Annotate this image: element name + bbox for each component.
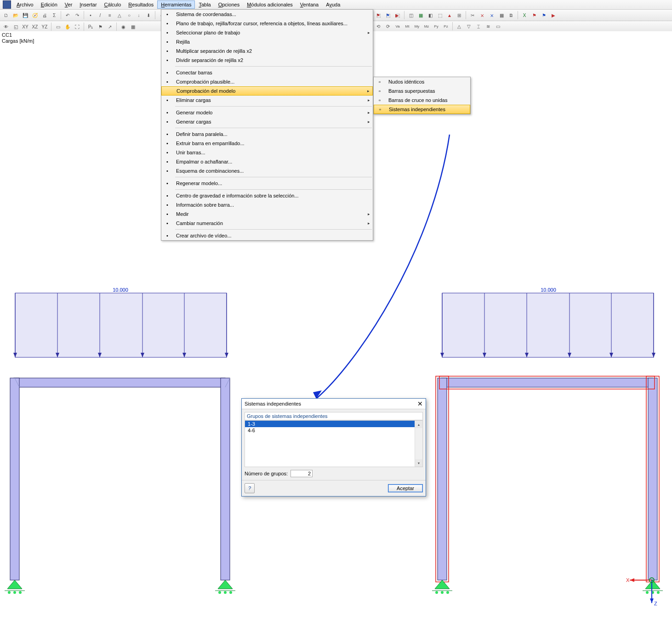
menu-edicion[interactable]: Edición [37, 0, 61, 9]
close-icon[interactable]: ✕ [417, 400, 423, 407]
tb-flag4-icon[interactable]: ⚑ [540, 11, 548, 19]
tb-h-icon[interactable]: ▲ [445, 11, 454, 19]
group-count-field[interactable] [290, 470, 313, 477]
menu-item[interactable]: • Multiplicar separación de rejilla x2 [161, 46, 373, 56]
tb-c-icon[interactable]: ⬚ [393, 11, 402, 19]
tb-e-icon[interactable]: ▦ [416, 11, 425, 19]
menu-item[interactable]: • Conectar barras [161, 68, 373, 77]
tb2-mt-icon[interactable]: Mt [403, 22, 411, 30]
menu-item[interactable]: • Comprobación plausible... [161, 77, 373, 86]
tb-member-icon[interactable]: ≡ [106, 11, 114, 19]
submenu-item[interactable]: ▫ Barras superpuestas [374, 86, 470, 96]
tb-d-icon[interactable]: ◫ [407, 11, 415, 19]
menu-item[interactable]: • Generar cargas ▸ [161, 117, 373, 126]
menu-item[interactable]: • Cambiar numeración ▸ [161, 219, 373, 228]
menu-tabla[interactable]: Tabla [195, 0, 214, 9]
tb-f-icon[interactable]: ◧ [426, 11, 434, 19]
accept-button[interactable]: Aceptar [388, 484, 423, 492]
tb-doc-icon[interactable]: 🗎 [507, 11, 515, 19]
menu-item[interactable]: • Generar modelo ▸ [161, 108, 373, 117]
tb-scissors-icon[interactable]: ✂ [468, 11, 477, 19]
menu-item[interactable]: • Definir barra paralela... [161, 130, 373, 139]
menu-herramientas[interactable]: Herramientas [157, 0, 195, 9]
list-item[interactable]: 4-6 [245, 427, 422, 434]
menu-resultados[interactable]: Resultados [125, 0, 157, 9]
tb2-yz-icon[interactable]: YZ [40, 23, 49, 31]
scrollbar[interactable]: ▴ ▾ [415, 421, 422, 467]
tb-redo-icon[interactable]: ↷ [73, 11, 81, 19]
tb2-box-icon[interactable]: ▭ [494, 22, 502, 30]
tb2-pan-icon[interactable]: ✋ [63, 23, 72, 31]
tb2-o2-icon[interactable]: ⟳ [384, 22, 392, 30]
tb-i-icon[interactable]: ⊞ [455, 11, 463, 19]
submenu-item[interactable]: ▫ Sistemas independientes [374, 105, 470, 114]
tb2-my-icon[interactable]: My [413, 22, 421, 30]
tb2-grid-icon[interactable]: ▦ [129, 23, 137, 31]
tb2-va-icon[interactable]: Va [393, 22, 402, 30]
menu-ver[interactable]: Ver [61, 0, 76, 9]
help-button[interactable]: ? [245, 483, 255, 493]
tb-print-icon[interactable]: 🖨 [40, 11, 49, 19]
tb2-snap-icon[interactable]: ◉ [119, 23, 127, 31]
menu-item[interactable]: Comprobación del modelo ▸ [161, 86, 373, 96]
menu-item[interactable]: • Eliminar cargas ▸ [161, 96, 373, 105]
scroll-up-icon[interactable]: ▴ [415, 421, 422, 428]
tb2-xz-icon[interactable]: XZ [31, 23, 39, 31]
scroll-down-icon[interactable]: ▾ [415, 459, 422, 467]
tb-play2-icon[interactable]: ▶ [549, 11, 558, 19]
tb-b-icon[interactable]: ⬚ [384, 11, 392, 19]
tb2-arrow-icon[interactable]: ↗ [106, 23, 114, 31]
submenu-item[interactable]: ▫ Nudos idénticos [374, 77, 470, 86]
tb2-flag-icon[interactable]: ⚑ [96, 23, 104, 31]
tb-open-icon[interactable]: 📂 [11, 11, 20, 19]
tb-hinge-icon[interactable]: ○ [125, 11, 133, 19]
menu-item[interactable]: • Seleccionar plano de trabajo ▸ [161, 28, 373, 37]
tb-calc-icon[interactable]: Σ [50, 11, 58, 19]
menu-archivo[interactable]: Archivo [13, 0, 37, 9]
menu-item[interactable]: • Medir ▸ [161, 209, 373, 219]
menu-item[interactable]: • Rejilla [161, 37, 373, 46]
tb-g-icon[interactable]: ⬚ [436, 11, 444, 19]
tb2-p1-icon[interactable]: P₁ [86, 23, 95, 31]
tb2-select-icon[interactable]: ▭ [54, 23, 62, 31]
tb-load-icon[interactable]: ↓ [135, 11, 143, 19]
menu-ventana[interactable]: Ventana [296, 0, 322, 9]
menu-calculo[interactable]: Cálculo [101, 0, 125, 9]
menu-item[interactable]: • Crear archivo de vídeo... [161, 231, 373, 240]
tb2-sup1-icon[interactable]: △ [455, 22, 463, 30]
tb-navigator-icon[interactable]: 🧭 [31, 11, 39, 19]
tb2-xy-icon[interactable]: XY [21, 23, 29, 31]
groups-listbox[interactable]: 1-3 4-6 ▴ ▾ [245, 420, 423, 467]
tb2-iso-icon[interactable]: ◱ [11, 23, 20, 31]
tb-cross-icon[interactable]: ⨯ [478, 11, 486, 19]
tb-undo-icon[interactable]: ↶ [63, 11, 72, 19]
tb-support-icon[interactable]: △ [115, 11, 124, 19]
menu-ayuda[interactable]: Ayuda [322, 0, 344, 9]
tb-new-icon[interactable]: 🗋 [2, 11, 10, 19]
menu-item[interactable]: • Esquema de combinaciones... [161, 166, 373, 175]
tb2-o1-icon[interactable]: ⟲ [374, 22, 382, 30]
menu-opciones[interactable]: Opciones [215, 0, 243, 9]
menu-item[interactable]: • Empalmar o achaflanar... [161, 157, 373, 166]
tb2-beam-icon[interactable]: ⌶ [474, 22, 483, 30]
tb2-spring-icon[interactable]: ≋ [484, 22, 492, 30]
tb2-mz-icon[interactable]: Mz [422, 22, 431, 30]
tb2-sup2-icon[interactable]: ▽ [465, 22, 473, 30]
tb2-py-icon[interactable]: Py [432, 22, 440, 30]
tb-loadcase-icon[interactable]: ⬇ [144, 11, 153, 19]
menu-item[interactable]: • Dividir separación de rejilla x2 [161, 56, 373, 65]
menu-insertar[interactable]: Insertar [76, 0, 100, 9]
tb-flag3-icon[interactable]: ⚑ [530, 11, 538, 19]
tb-a-icon[interactable]: ⬚ [374, 11, 382, 19]
tb2-pz-icon[interactable]: Pz [442, 22, 450, 30]
menu-item[interactable]: • Unir barras... [161, 148, 373, 157]
menu-item[interactable]: • Extruir barra en emparrillado... [161, 139, 373, 148]
tb-save-icon[interactable]: 💾 [21, 11, 29, 19]
tb-xl-icon[interactable]: X [520, 11, 529, 19]
submenu-item[interactable]: ▫ Barras de cruce no unidas [374, 96, 470, 105]
tb-line-icon[interactable]: / [96, 11, 104, 19]
tb-grid2-icon[interactable]: ▦ [497, 11, 506, 19]
menu-item[interactable]: • Centro de gravedad e información sobre… [161, 191, 373, 200]
tb2-zoomall-icon[interactable]: ⛶ [73, 23, 81, 31]
menu-modulos[interactable]: Módulos adicionales [243, 0, 296, 9]
